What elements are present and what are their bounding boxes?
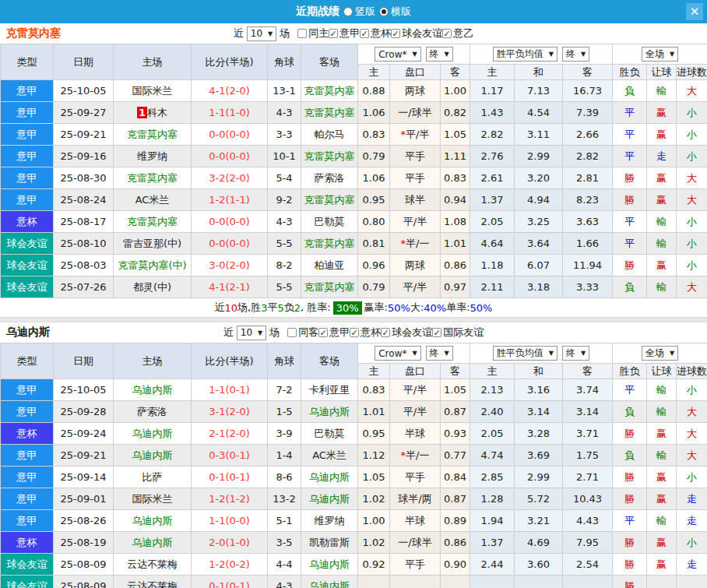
home-team-cell[interactable]: 比萨	[114, 467, 192, 488]
away-team-cell[interactable]: 萨索洛	[301, 167, 358, 189]
checked-checkbox-icon: ✓	[442, 29, 452, 38]
avg-draw-cell: 3.21	[515, 510, 563, 532]
away-team-cell[interactable]: 乌迪内斯	[301, 401, 358, 423]
avg-draw-cell: 3.69	[515, 445, 563, 467]
home-team-cell[interactable]: 乌迪内斯	[114, 532, 192, 554]
filter-checkbox-球会友谊[interactable]: ✓球会友谊	[381, 326, 432, 340]
avg-away-cell: 3.33	[563, 276, 613, 298]
home-team-cell[interactable]: 乌迪内斯	[114, 423, 192, 445]
chevron-down-icon: ▼	[670, 51, 674, 58]
away-team-cell[interactable]: 凯勒雷斯	[301, 532, 358, 554]
filter-checkbox-意杯[interactable]: ✓意杯	[350, 326, 381, 340]
away-team-cell[interactable]: 帕尔马	[301, 124, 358, 146]
bookmaker-select[interactable]: Crow* ▼	[375, 47, 420, 62]
star-icon: *	[401, 238, 406, 249]
filter-checkbox-意杯[interactable]: ✓意杯	[360, 26, 391, 40]
away-team-cell[interactable]: 克雷莫内塞	[301, 146, 358, 167]
avg-final-select[interactable]: 终 ▼	[562, 346, 589, 361]
filter-checkbox-同主[interactable]: 同主	[297, 26, 329, 40]
corner-cell: 13-1	[268, 80, 301, 102]
home-team-cell[interactable]: 乌迪内斯	[114, 510, 192, 532]
home-team-cell[interactable]: 克雷莫内塞	[114, 124, 192, 146]
filter-checkbox-label: 球会友谊	[392, 326, 432, 340]
away-team-cell[interactable]: AC米兰	[301, 445, 358, 467]
home-team-cell[interactable]: 克雷莫内塞(中)	[114, 255, 192, 276]
avg-odds-select[interactable]: 胜平负均值 ▼	[493, 47, 558, 62]
away-team-cell[interactable]: 卡利亚里	[301, 379, 358, 401]
col-header-avg-home: 主	[470, 65, 515, 80]
away-team-cell[interactable]: 乌迪内斯	[301, 576, 358, 588]
filter-checkbox-意甲[interactable]: ✓意甲	[318, 326, 350, 340]
odds-select-cell: Crow* ▼ 终 ▼	[358, 343, 470, 364]
wdl-result-cell: 負	[613, 80, 647, 102]
date-cell: 25-07-26	[54, 276, 114, 298]
layout-radio-vertical[interactable]: 竖版	[343, 5, 375, 19]
filter-checkbox-意乙[interactable]: ✓意乙	[442, 26, 473, 40]
summary-segment: 2	[294, 302, 301, 314]
home-team-cell[interactable]: 克雷莫内塞	[114, 167, 192, 189]
away-team-cell[interactable]: 克雷莫内塞	[301, 102, 358, 124]
date-cell: 25-08-24	[54, 189, 114, 211]
col-header-odds-away: 客	[441, 65, 470, 80]
handicap-line-cell: *半/一	[390, 233, 441, 255]
near-label: 近	[223, 326, 234, 340]
bookmaker-select[interactable]: Crow* ▼	[375, 346, 420, 361]
away-team-cell[interactable]: 柏迪亚	[301, 255, 358, 276]
scope-select[interactable]: 全场 ▼	[642, 47, 678, 62]
away-team-cell[interactable]: 巴勒莫	[301, 423, 358, 445]
close-icon[interactable]: ✕	[686, 3, 703, 20]
away-odds-cell: 1.01	[441, 233, 470, 255]
away-team-cell[interactable]: 乌迪内斯	[301, 467, 358, 488]
away-team-cell[interactable]: 乌迪内斯	[301, 488, 358, 510]
avg-odds-select[interactable]: 胜平负均值 ▼	[493, 346, 558, 361]
handicap-result-cell: 赢	[647, 255, 677, 276]
home-team-cell[interactable]: 乌迪内斯	[114, 445, 192, 467]
handicap-line-cell: 平手	[390, 467, 441, 488]
date-cell: 25-09-28	[54, 401, 114, 423]
away-team-cell[interactable]: 克雷莫内塞	[301, 233, 358, 255]
table-row: 球会友谊25-08-10雷吉亚那(中)0-0(0-0)5-5克雷莫内塞0.81*…	[1, 233, 707, 255]
layout-radio-horizontal[interactable]: 横版	[379, 5, 411, 19]
handicap-line-cell: 两球	[390, 255, 441, 276]
wdl-result-cell: 負	[613, 445, 647, 467]
match-count-select[interactable]: 10 ▼	[237, 326, 266, 340]
odds-final-select[interactable]: 终 ▼	[426, 47, 453, 62]
home-team-cell[interactable]: 克雷莫内塞	[114, 211, 192, 233]
handicap-result-cell: 赢	[647, 554, 677, 576]
home-team-cell[interactable]: 乌迪内斯	[114, 379, 192, 401]
home-team-cell[interactable]: 国际米兰	[114, 488, 192, 510]
filter-checkbox-球会友谊[interactable]: ✓球会友谊	[391, 26, 442, 40]
page-title: 近期战绩	[296, 5, 339, 19]
away-team-cell[interactable]: 维罗纳	[301, 510, 358, 532]
match-count-select[interactable]: 10 ▼	[247, 26, 276, 41]
home-team-cell[interactable]: 云达不莱梅	[114, 554, 192, 576]
home-team-cell[interactable]: 国际米兰	[114, 80, 192, 102]
away-team-cell[interactable]: 巴勒莫	[301, 211, 358, 233]
home-team-cell[interactable]: AC米兰	[114, 189, 192, 211]
home-team-cell[interactable]: 萨索洛	[114, 401, 192, 423]
filter-checkbox-同客[interactable]: 同客	[287, 326, 318, 340]
unchecked-checkbox-icon	[297, 29, 307, 38]
league-badge: 球会友谊	[1, 255, 54, 276]
scope-select[interactable]: 全场 ▼	[642, 346, 678, 361]
odds-final-select[interactable]: 终 ▼	[426, 346, 453, 361]
home-team-cell[interactable]: 云达不莱梅	[114, 576, 192, 588]
home-team-cell[interactable]: 1科木	[114, 102, 192, 124]
home-team-cell[interactable]: 雷吉亚那(中)	[114, 233, 192, 255]
home-team-cell[interactable]: 都灵(中)	[114, 276, 192, 298]
wdl-result-cell: 勝	[613, 189, 647, 211]
chevron-down-icon: ▼	[581, 51, 586, 58]
away-team-cell[interactable]: 克雷莫内塞	[301, 276, 358, 298]
filter-checkbox-国际友谊[interactable]: ✓国际友谊	[432, 326, 484, 340]
score-cell: 1-1(0-0)	[192, 510, 268, 532]
away-team-cell[interactable]: 克雷莫内塞	[301, 189, 358, 211]
home-team-cell[interactable]: 维罗纳	[114, 146, 192, 167]
away-team-cell[interactable]: 乌迪内斯	[301, 554, 358, 576]
filter-checkbox-label: 意甲	[339, 26, 360, 40]
summary-segment: 单率:	[446, 301, 470, 315]
goals-result-cell: 小	[677, 233, 707, 255]
away-team-cell[interactable]: 克雷莫内塞	[301, 80, 358, 102]
col-header-home: 主场	[114, 343, 192, 379]
avg-final-select[interactable]: 终 ▼	[562, 47, 589, 62]
filter-checkbox-意甲[interactable]: ✓意甲	[329, 26, 360, 40]
